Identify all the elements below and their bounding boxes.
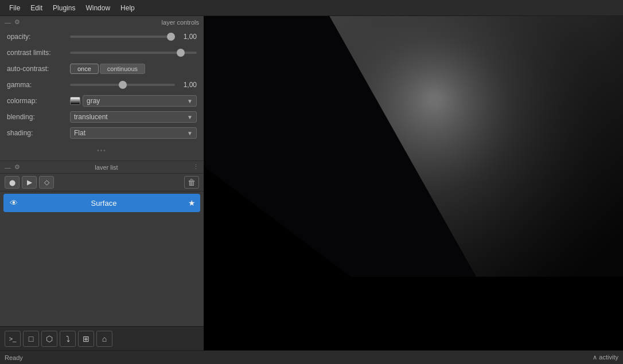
three-dots-icon xyxy=(97,147,107,154)
gamma-row: gamma: 1,00 xyxy=(7,79,197,91)
colormap-label: colormap: xyxy=(7,97,70,105)
arrow-icon: ▶ xyxy=(27,178,32,186)
home-button[interactable]: ⌂ xyxy=(96,331,112,347)
layer-list-minimize-icon[interactable]: — xyxy=(5,164,11,171)
blending-value: translucent xyxy=(74,113,108,121)
eye-icon: 👁 xyxy=(10,198,18,208)
square-icon: □ xyxy=(29,334,33,343)
shading-value: Flat xyxy=(74,129,85,137)
layer-list-settings-icon[interactable]: ⚙ xyxy=(14,163,20,171)
layer-name: Surface xyxy=(24,199,184,208)
colormap-control: gray ▼ xyxy=(70,95,197,107)
controls-body: opacity: 1,00 contrast limits: auto-cont… xyxy=(0,28,204,145)
bottom-toolbar: >_ □ ⬡ ⤵ ⊞ ⌂ xyxy=(0,326,204,350)
layer-list-header: — ⚙ laver list ⋮ xyxy=(0,161,204,174)
left-panel: — ⚙ layer controls opacity: 1,00 contras… xyxy=(0,16,204,350)
shading-arrow-icon: ▼ xyxy=(187,130,193,136)
home-icon: ⌂ xyxy=(102,334,107,343)
shading-row: shading: Flat ▼ xyxy=(7,127,197,139)
opacity-slider[interactable] xyxy=(70,36,175,38)
contrast-limits-label: contrast limits: xyxy=(7,49,70,57)
auto-contrast-buttons: once continuous xyxy=(70,64,197,74)
points-tool-button[interactable]: ⬤ xyxy=(5,176,20,189)
colormap-arrow-icon: ▼ xyxy=(187,98,193,104)
blending-arrow-icon: ▼ xyxy=(187,114,193,120)
dots-separator xyxy=(0,145,204,156)
auto-contrast-continuous-button[interactable]: continuous xyxy=(100,64,145,74)
colormap-row: colormap: gray ▼ xyxy=(7,95,197,107)
colormap-value: gray xyxy=(87,97,100,105)
opacity-row: opacity: 1,00 xyxy=(7,30,197,43)
points-icon: ⬤ xyxy=(9,179,15,186)
opacity-value: 1,00 xyxy=(178,33,197,41)
grid-icon: ⊞ xyxy=(83,334,89,343)
terminal-button[interactable]: >_ xyxy=(5,331,21,347)
layer-controls-title: layer controls xyxy=(162,19,199,26)
polygon-tool-button[interactable]: ◇ xyxy=(39,176,54,189)
contrast-limits-control xyxy=(70,52,197,54)
activity-label[interactable]: ∧ activity xyxy=(593,354,618,361)
terminal-icon: >_ xyxy=(9,335,17,342)
colormap-swatch xyxy=(70,97,80,105)
layer-toolbar: ⬤ ▶ ◇ 🗑 xyxy=(0,174,204,191)
auto-contrast-row: auto-contrast: once continuous xyxy=(7,62,197,75)
layer-list-title: laver list xyxy=(95,164,118,171)
layer-star-icon[interactable]: ★ xyxy=(188,198,196,208)
grid-button[interactable]: ⊞ xyxy=(78,331,94,347)
status-text: Ready xyxy=(5,354,23,361)
settings-icon[interactable]: ⚙ xyxy=(14,18,20,26)
menu-help[interactable]: Help xyxy=(116,2,139,14)
box3d-icon: ⬡ xyxy=(46,334,53,343)
opacity-label: opacity: xyxy=(7,33,70,41)
layer-list-menu-icon[interactable]: ⋮ xyxy=(193,163,199,171)
layer-controls-panel: — ⚙ layer controls opacity: 1,00 contras… xyxy=(0,16,204,161)
colormap-dropdown[interactable]: gray ▼ xyxy=(83,95,197,107)
gamma-value: 1,00 xyxy=(178,81,197,89)
gamma-control: 1,00 xyxy=(70,81,197,89)
menu-file[interactable]: File xyxy=(5,2,25,14)
menu-plugins[interactable]: Plugins xyxy=(48,2,80,14)
delete-layer-button[interactable]: 🗑 xyxy=(184,176,199,189)
minimize-icon[interactable]: — xyxy=(5,19,11,26)
blending-label: blending: xyxy=(7,113,70,121)
gamma-label: gamma: xyxy=(7,81,70,89)
square-button[interactable]: □ xyxy=(23,331,39,347)
layer-list-header-icons: — ⚙ xyxy=(5,163,20,171)
main-canvas xyxy=(204,16,623,350)
layer-controls-header: — ⚙ layer controls xyxy=(0,16,204,28)
box3d-button[interactable]: ⬡ xyxy=(41,331,57,347)
canvas-area[interactable] xyxy=(204,16,623,350)
menubar: File Edit Plugins Window Help xyxy=(0,0,623,16)
auto-contrast-once-button[interactable]: once xyxy=(70,64,99,74)
shading-dropdown[interactable]: Flat ▼ xyxy=(70,127,197,139)
arrow-tool-button[interactable]: ▶ xyxy=(22,176,37,189)
auto-contrast-label: auto-contrast: xyxy=(7,65,70,73)
layer-list-panel: — ⚙ laver list ⋮ ⬤ ▶ ◇ 🗑 xyxy=(0,161,204,326)
layer-visibility-button[interactable]: 👁 xyxy=(8,197,20,209)
delete-icon: 🗑 xyxy=(188,178,196,187)
import-button[interactable]: ⤵ xyxy=(60,331,76,347)
gamma-slider[interactable] xyxy=(70,84,175,86)
opacity-control: 1,00 xyxy=(70,33,197,41)
menu-window[interactable]: Window xyxy=(81,2,115,14)
contrast-limits-slider[interactable] xyxy=(70,52,197,54)
statusbar: Ready ∧ activity xyxy=(0,350,623,364)
contrast-limits-row: contrast limits: xyxy=(7,46,197,59)
import-icon: ⤵ xyxy=(66,334,70,343)
panel-header-icons: — ⚙ xyxy=(5,18,20,26)
shading-label: shading: xyxy=(7,129,70,137)
layer-item[interactable]: 👁 Surface ★ xyxy=(3,194,200,212)
polygon-icon: ◇ xyxy=(44,178,49,186)
main-layout: — ⚙ layer controls opacity: 1,00 contras… xyxy=(0,16,623,350)
blending-row: blending: translucent ▼ xyxy=(7,111,197,123)
blending-dropdown[interactable]: translucent ▼ xyxy=(70,111,197,123)
menu-edit[interactable]: Edit xyxy=(26,2,47,14)
